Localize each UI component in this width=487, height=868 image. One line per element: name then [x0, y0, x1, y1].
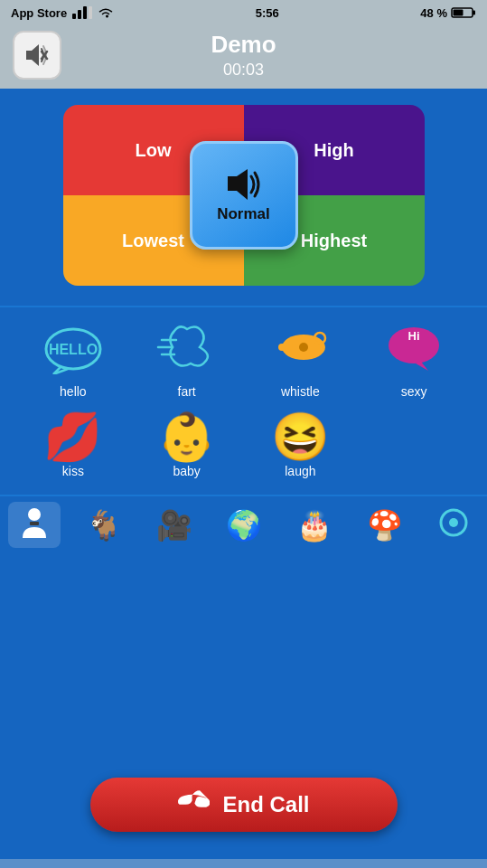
- battery-icon: [451, 6, 476, 19]
- kiss-icon: 💋: [43, 413, 102, 460]
- fart-icon: [155, 320, 220, 381]
- svg-point-18: [28, 508, 41, 521]
- status-right: 48 %: [420, 6, 476, 20]
- sounds-section: HELLO hello: [0, 306, 487, 495]
- bar2: [78, 10, 81, 19]
- sound-laugh[interactable]: 😆 laugh: [246, 410, 356, 482]
- sexy-label: sexy: [401, 384, 427, 399]
- globe-icon: 🌍: [226, 511, 262, 540]
- laugh-label: laugh: [285, 464, 315, 478]
- volume-grid: Low High Lowest Highest Normal: [63, 105, 425, 286]
- cake-icon: 🎂: [296, 511, 332, 540]
- baby-icon: 👶: [157, 413, 216, 460]
- goat-icon: 🐐: [86, 511, 122, 540]
- laugh-icon: 😆: [271, 413, 330, 460]
- sexy-icon: Hi: [381, 320, 446, 381]
- tab-bar: 🐐 🎥 🌍 🎂 🍄: [0, 495, 487, 555]
- wifi-icon: [98, 6, 114, 19]
- sound-kiss[interactable]: 💋 kiss: [18, 410, 128, 482]
- tab-goat[interactable]: 🐐: [77, 507, 131, 543]
- end-call-button[interactable]: End Call: [90, 778, 398, 832]
- main-content: Low High Lowest Highest Normal: [0, 89, 487, 859]
- svg-rect-19: [30, 522, 39, 525]
- baby-label: baby: [173, 464, 200, 478]
- tab-camera[interactable]: 🎥: [147, 507, 201, 543]
- svg-point-21: [449, 518, 458, 527]
- sound-baby[interactable]: 👶 baby: [132, 410, 242, 482]
- volume-normal[interactable]: Normal: [190, 141, 298, 250]
- sounds-grid: HELLO hello: [18, 316, 469, 482]
- sound-empty: [359, 410, 469, 482]
- end-call-phone-icon: [177, 786, 210, 825]
- volume-button[interactable]: [13, 31, 61, 80]
- header: Demo 00:03: [0, 25, 487, 89]
- kiss-label: kiss: [62, 464, 84, 478]
- whistle-icon: [267, 320, 332, 381]
- whistle-tab-icon: [437, 506, 470, 543]
- sound-fart[interactable]: fart: [132, 316, 242, 402]
- carrier-label: App Store: [11, 6, 67, 20]
- end-call-area: End Call: [0, 760, 487, 859]
- status-bar: App Store 5:56 48 %: [0, 0, 487, 25]
- volume-icon: [23, 42, 52, 68]
- whistle-label: whistle: [281, 384, 320, 399]
- tab-person[interactable]: [8, 502, 61, 548]
- call-timer: 00:03: [0, 61, 487, 80]
- signal-bars: [72, 6, 92, 19]
- page-title: Demo: [0, 31, 487, 59]
- battery-label: 48 %: [420, 6, 447, 20]
- svg-marker-3: [26, 44, 39, 66]
- tab-globe[interactable]: 🌍: [217, 507, 271, 543]
- bar3: [83, 6, 87, 19]
- camera-icon: 🎥: [156, 511, 192, 540]
- sound-whistle[interactable]: whistle: [246, 316, 356, 402]
- hello-label: hello: [60, 384, 87, 399]
- lamp-icon: 🍄: [367, 511, 403, 540]
- svg-text:HELLO: HELLO: [49, 342, 98, 357]
- tab-lamp[interactable]: 🍄: [358, 507, 412, 543]
- sound-sexy[interactable]: Hi sexy: [359, 316, 469, 402]
- svg-rect-1: [473, 11, 475, 15]
- svg-marker-6: [228, 169, 248, 200]
- sound-hello[interactable]: HELLO hello: [18, 316, 128, 402]
- tab-cake[interactable]: 🎂: [287, 507, 342, 543]
- hello-icon: HELLO: [41, 320, 106, 381]
- bar4: [89, 6, 92, 19]
- svg-rect-13: [278, 344, 293, 351]
- volume-panel: Low High Lowest Highest Normal: [0, 89, 487, 306]
- time-label: 5:56: [256, 6, 279, 20]
- svg-text:Hi: Hi: [408, 329, 420, 343]
- person-icon: [17, 505, 52, 544]
- status-left: App Store: [11, 6, 114, 20]
- bar1: [72, 14, 76, 19]
- end-call-label: End Call: [222, 792, 309, 817]
- svg-rect-2: [453, 10, 463, 16]
- volume-normal-icon: [222, 167, 266, 202]
- svg-point-15: [299, 343, 308, 352]
- spacer: [0, 555, 487, 760]
- fart-label: fart: [178, 384, 196, 399]
- tab-whistle[interactable]: [428, 503, 479, 547]
